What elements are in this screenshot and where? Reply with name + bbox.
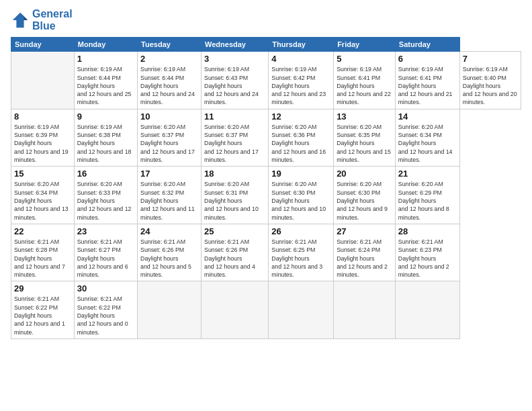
day-header-thursday: Thursday	[269, 38, 334, 52]
day-detail: Sunrise: 6:21 AMSunset: 6:24 PMDaylight …	[337, 238, 392, 279]
logo-icon	[11, 11, 30, 30]
day-cell: 30Sunrise: 6:21 AMSunset: 6:22 PMDayligh…	[74, 281, 137, 339]
day-cell: 13Sunrise: 6:20 AMSunset: 6:35 PMDayligh…	[334, 109, 396, 167]
day-number: 16	[77, 169, 134, 179]
day-header-tuesday: Tuesday	[138, 38, 202, 52]
day-number: 9	[77, 111, 134, 122]
day-cell: 1Sunrise: 6:19 AMSunset: 6:44 PMDaylight…	[74, 52, 137, 109]
day-detail: Sunrise: 6:20 AMSunset: 6:37 PMDaylight …	[204, 123, 265, 165]
day-cell: 12Sunrise: 6:20 AMSunset: 6:36 PMDayligh…	[269, 109, 334, 167]
day-detail: Sunrise: 6:21 AMSunset: 6:22 PMDaylight …	[14, 295, 71, 336]
day-detail: Sunrise: 6:19 AMSunset: 6:44 PMDaylight …	[77, 65, 134, 107]
day-cell: 19Sunrise: 6:20 AMSunset: 6:30 PMDayligh…	[269, 167, 334, 224]
day-cell	[138, 281, 202, 339]
day-number: 15	[14, 169, 71, 179]
logo: General Blue	[11, 8, 73, 32]
day-cell: 18Sunrise: 6:20 AMSunset: 6:31 PMDayligh…	[202, 167, 269, 224]
day-cell: 20Sunrise: 6:20 AMSunset: 6:30 PMDayligh…	[334, 167, 396, 224]
day-cell: 7Sunrise: 6:19 AMSunset: 6:40 PMDaylight…	[459, 52, 521, 109]
day-detail: Sunrise: 6:19 AMSunset: 6:42 PMDaylight …	[271, 65, 330, 107]
day-detail: Sunrise: 6:21 AMSunset: 6:26 PMDaylight …	[204, 238, 265, 279]
day-cell: 16Sunrise: 6:20 AMSunset: 6:33 PMDayligh…	[74, 167, 137, 224]
day-cell: 21Sunrise: 6:20 AMSunset: 6:29 PMDayligh…	[395, 167, 459, 224]
day-cell: 23Sunrise: 6:21 AMSunset: 6:27 PMDayligh…	[74, 224, 137, 281]
day-number: 19	[271, 169, 330, 179]
day-number: 23	[77, 226, 134, 236]
day-cell: 3Sunrise: 6:19 AMSunset: 6:43 PMDaylight…	[202, 52, 269, 109]
day-number: 1	[77, 54, 134, 64]
week-row-4: 29Sunrise: 6:21 AMSunset: 6:22 PMDayligh…	[11, 281, 521, 339]
day-cell: 22Sunrise: 6:21 AMSunset: 6:28 PMDayligh…	[11, 224, 75, 281]
week-row-3: 22Sunrise: 6:21 AMSunset: 6:28 PMDayligh…	[11, 224, 521, 281]
day-cell: 26Sunrise: 6:21 AMSunset: 6:25 PMDayligh…	[269, 224, 334, 281]
day-number: 28	[398, 226, 457, 236]
day-number: 4	[271, 54, 330, 64]
day-cell	[395, 281, 459, 339]
day-number: 26	[271, 226, 330, 236]
day-number: 14	[398, 111, 457, 122]
day-cell: 6Sunrise: 6:19 AMSunset: 6:41 PMDaylight…	[395, 52, 459, 109]
header: General Blue	[11, 8, 521, 32]
day-detail: Sunrise: 6:19 AMSunset: 6:41 PMDaylight …	[398, 65, 457, 107]
day-detail: Sunrise: 6:21 AMSunset: 6:22 PMDaylight …	[77, 295, 134, 336]
day-number: 10	[140, 111, 198, 122]
day-number: 29	[14, 283, 71, 293]
day-header-sunday: Sunday	[11, 38, 75, 52]
day-number: 5	[337, 54, 392, 64]
day-number: 30	[77, 283, 134, 293]
day-detail: Sunrise: 6:21 AMSunset: 6:23 PMDaylight …	[398, 238, 457, 279]
day-number: 2	[140, 54, 198, 64]
day-detail: Sunrise: 6:20 AMSunset: 6:36 PMDaylight …	[271, 123, 330, 165]
day-cell	[269, 281, 334, 339]
day-cell: 17Sunrise: 6:20 AMSunset: 6:32 PMDayligh…	[138, 167, 202, 224]
day-number: 7	[463, 54, 518, 64]
day-cell: 29Sunrise: 6:21 AMSunset: 6:22 PMDayligh…	[11, 281, 75, 339]
day-detail: Sunrise: 6:20 AMSunset: 6:34 PMDaylight …	[398, 123, 457, 165]
day-cell: 24Sunrise: 6:21 AMSunset: 6:26 PMDayligh…	[138, 224, 202, 281]
day-cell	[11, 52, 75, 109]
day-detail: Sunrise: 6:20 AMSunset: 6:30 PMDaylight …	[337, 180, 392, 222]
day-number: 13	[337, 111, 392, 122]
page: General Blue SundayMondayTuesdayWednesda…	[0, 0, 532, 411]
day-cell: 4Sunrise: 6:19 AMSunset: 6:42 PMDaylight…	[269, 52, 334, 109]
day-cell	[202, 281, 269, 339]
week-row-0: 1Sunrise: 6:19 AMSunset: 6:44 PMDaylight…	[11, 52, 521, 109]
day-detail: Sunrise: 6:20 AMSunset: 6:31 PMDaylight …	[204, 180, 265, 222]
day-detail: Sunrise: 6:19 AMSunset: 6:40 PMDaylight …	[463, 65, 518, 107]
day-cell: 9Sunrise: 6:19 AMSunset: 6:38 PMDaylight…	[74, 109, 137, 167]
day-detail: Sunrise: 6:20 AMSunset: 6:30 PMDaylight …	[271, 180, 330, 222]
day-cell: 2Sunrise: 6:19 AMSunset: 6:44 PMDaylight…	[138, 52, 202, 109]
day-number: 17	[140, 169, 198, 179]
day-detail: Sunrise: 6:19 AMSunset: 6:43 PMDaylight …	[204, 65, 265, 107]
day-detail: Sunrise: 6:21 AMSunset: 6:25 PMDaylight …	[271, 238, 330, 279]
day-cell	[334, 281, 396, 339]
day-detail: Sunrise: 6:20 AMSunset: 6:33 PMDaylight …	[77, 180, 134, 222]
day-cell: 10Sunrise: 6:20 AMSunset: 6:37 PMDayligh…	[138, 109, 202, 167]
day-header-wednesday: Wednesday	[202, 38, 269, 52]
day-cell: 5Sunrise: 6:19 AMSunset: 6:41 PMDaylight…	[334, 52, 396, 109]
day-detail: Sunrise: 6:21 AMSunset: 6:27 PMDaylight …	[77, 238, 134, 279]
day-number: 20	[337, 169, 392, 179]
day-detail: Sunrise: 6:19 AMSunset: 6:39 PMDaylight …	[14, 123, 71, 165]
day-cell: 28Sunrise: 6:21 AMSunset: 6:23 PMDayligh…	[395, 224, 459, 281]
day-number: 11	[204, 111, 265, 122]
day-header-friday: Friday	[334, 38, 396, 52]
day-detail: Sunrise: 6:19 AMSunset: 6:38 PMDaylight …	[77, 123, 134, 165]
day-cell: 11Sunrise: 6:20 AMSunset: 6:37 PMDayligh…	[202, 109, 269, 167]
day-number: 25	[204, 226, 265, 236]
day-number: 6	[398, 54, 457, 64]
day-detail: Sunrise: 6:19 AMSunset: 6:41 PMDaylight …	[337, 65, 392, 107]
day-header-saturday: Saturday	[395, 38, 459, 52]
day-cell: 25Sunrise: 6:21 AMSunset: 6:26 PMDayligh…	[202, 224, 269, 281]
calendar-table: SundayMondayTuesdayWednesdayThursdayFrid…	[11, 37, 521, 339]
day-cell: 14Sunrise: 6:20 AMSunset: 6:34 PMDayligh…	[395, 109, 459, 167]
day-cell: 8Sunrise: 6:19 AMSunset: 6:39 PMDaylight…	[11, 109, 75, 167]
day-cell: 27Sunrise: 6:21 AMSunset: 6:24 PMDayligh…	[334, 224, 396, 281]
day-number: 27	[337, 226, 392, 236]
day-detail: Sunrise: 6:20 AMSunset: 6:29 PMDaylight …	[398, 180, 457, 222]
logo-text: General Blue	[32, 8, 73, 32]
day-header-monday: Monday	[74, 38, 137, 52]
day-detail: Sunrise: 6:19 AMSunset: 6:44 PMDaylight …	[140, 65, 198, 107]
day-number: 8	[14, 111, 71, 122]
day-detail: Sunrise: 6:21 AMSunset: 6:26 PMDaylight …	[140, 238, 198, 279]
